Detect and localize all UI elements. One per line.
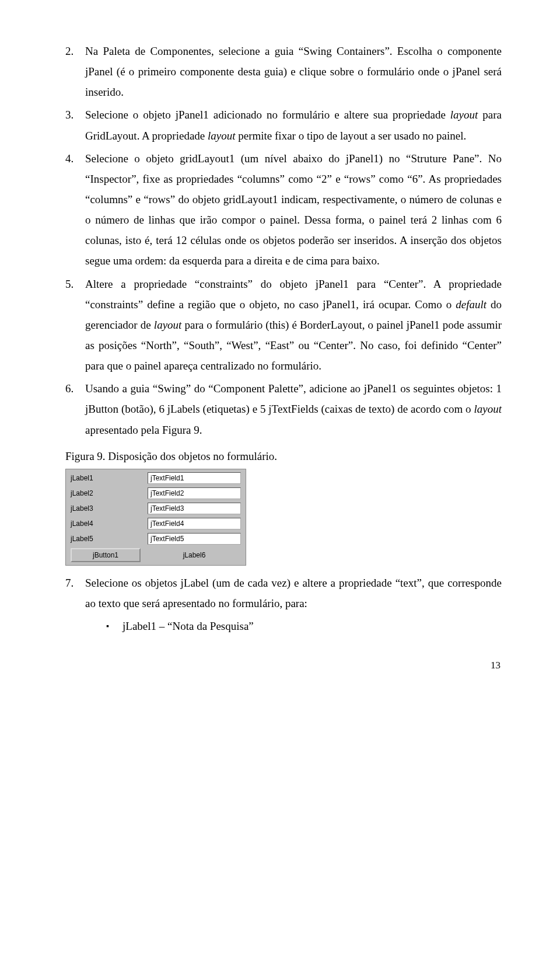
cell: jTextField2	[144, 486, 244, 501]
jlabel: jLabel2	[67, 486, 144, 501]
bullet-item: ▪ jLabel1 – “Nota da Pesquisa”	[106, 616, 502, 636]
list-item-5: 5. Altere a propriedade “constraints” do…	[65, 274, 502, 377]
list-item-4: 4. Selecione o objeto gridLayout1 (um ní…	[65, 148, 502, 271]
document-page: 2. Na Paleta de Componentes, selecione a…	[0, 0, 560, 700]
list-number: 6.	[65, 378, 85, 440]
jtextfield[interactable]: jTextField2	[148, 487, 241, 499]
bullet-list: ▪ jLabel1 – “Nota da Pesquisa”	[106, 616, 502, 636]
list-number: 7.	[65, 573, 85, 614]
jtextfield[interactable]: jTextField1	[148, 472, 241, 484]
list-number: 2.	[65, 41, 85, 102]
list-number: 4.	[65, 148, 85, 271]
jlabel: jLabel5	[67, 531, 144, 546]
italic-term: layout	[154, 319, 182, 331]
list-text: Na Paleta de Componentes, selecione a gu…	[85, 41, 502, 102]
jbutton[interactable]: jButton1	[71, 548, 141, 562]
list-item-2: 2. Na Paleta de Componentes, selecione a…	[65, 41, 502, 102]
figure-caption: Figura 9. Disposição dos objetos no form…	[65, 446, 502, 466]
text-span: apresentado pela Figura 9.	[85, 424, 202, 436]
bullet-text: jLabel1 – “Nota da Pesquisa”	[123, 616, 254, 636]
list-text: Selecione o objeto gridLayout1 (um nível…	[85, 148, 502, 271]
jlabel: jLabel3	[67, 501, 144, 516]
page-number: 13	[65, 660, 502, 671]
table-row: jLabel1 jTextField1	[67, 470, 244, 486]
italic-term: layout	[450, 109, 478, 121]
jlabel: jLabel1	[67, 470, 144, 486]
cell: jTextField5	[144, 531, 244, 546]
jtextfield[interactable]: jTextField3	[148, 503, 241, 514]
text-span: Selecione o objeto jPanel1 adicionado no…	[85, 109, 450, 121]
cell: jTextField1	[144, 470, 244, 486]
italic-term: default	[456, 298, 487, 311]
ordered-list: 7. Selecione os objetos jLabel (um de ca…	[65, 573, 502, 614]
list-number: 3.	[65, 104, 85, 145]
table-row: jLabel5 jTextField5	[67, 531, 244, 546]
grid-layout-table: jLabel1 jTextField1 jLabel2 jTextField2 …	[67, 470, 244, 564]
cell: jButton1	[67, 546, 144, 564]
text-span: permite fixar o tipo de layout a ser usa…	[236, 130, 467, 142]
jlabel: jLabel4	[67, 516, 144, 531]
figure-9: jLabel1 jTextField1 jLabel2 jTextField2 …	[65, 469, 502, 568]
list-number: 5.	[65, 274, 85, 377]
bullet-square-icon: ▪	[106, 616, 123, 636]
text-span: Altere a propriedade “constraints” do ob…	[85, 278, 502, 311]
table-row: jLabel3 jTextField3	[67, 501, 244, 516]
form-panel: jLabel1 jTextField1 jLabel2 jTextField2 …	[65, 469, 246, 566]
cell: jTextField4	[144, 516, 244, 531]
list-text: Usando a guia “Swing” do “Component Pale…	[85, 378, 502, 440]
italic-term: layout	[208, 130, 236, 142]
ordered-list: 2. Na Paleta de Componentes, selecione a…	[65, 41, 502, 440]
jtextfield[interactable]: jTextField4	[148, 518, 241, 529]
jtextfield[interactable]: jTextField5	[148, 533, 241, 545]
table-row: jButton1 jLabel6	[67, 546, 244, 564]
jlabel: jLabel6	[144, 546, 244, 564]
cell: jTextField3	[144, 501, 244, 516]
table-row: jLabel4 jTextField4	[67, 516, 244, 531]
italic-term: layout	[474, 403, 502, 415]
list-item-6: 6. Usando a guia “Swing” do “Component P…	[65, 378, 502, 440]
list-item-7: 7. Selecione os objetos jLabel (um de ca…	[65, 573, 502, 614]
list-text: Selecione o objeto jPanel1 adicionado no…	[85, 104, 502, 145]
table-row: jLabel2 jTextField2	[67, 486, 244, 501]
list-text: Selecione os objetos jLabel (um de cada …	[85, 573, 502, 614]
list-text: Altere a propriedade “constraints” do ob…	[85, 274, 502, 377]
text-span: Usando a guia “Swing” do “Component Pale…	[85, 382, 502, 415]
list-item-3: 3. Selecione o objeto jPanel1 adicionado…	[65, 104, 502, 145]
